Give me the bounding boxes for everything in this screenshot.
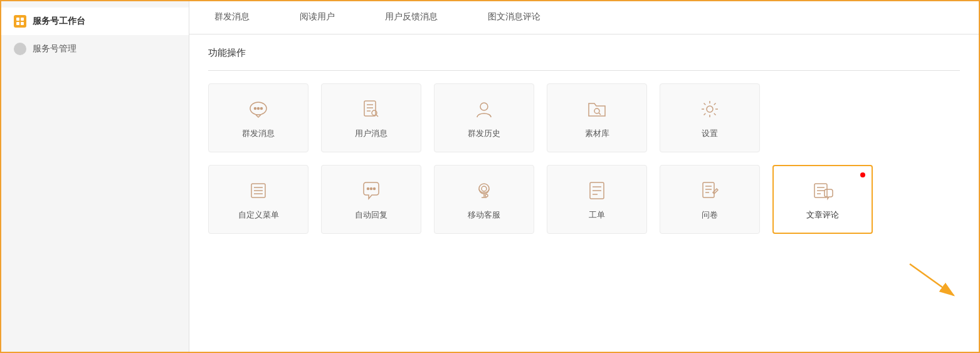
sidebar-item-management[interactable]: 服务号管理 [1, 35, 189, 63]
svg-point-15 [594, 108, 599, 113]
grid-row-2: 自定义菜单 自动回复 [208, 165, 960, 234]
tab-mass-message[interactable]: 群发消息 [189, 1, 275, 34]
grid-item-user-msg-label: 用户消息 [355, 128, 387, 139]
svg-rect-3 [21, 22, 24, 25]
svg-rect-1 [21, 18, 24, 21]
svg-line-16 [599, 113, 601, 115]
svg-point-29 [485, 194, 488, 197]
tab-image-comment[interactable]: 图文消息评论 [463, 1, 566, 34]
svg-rect-0 [16, 18, 19, 21]
svg-point-12 [372, 110, 377, 115]
chat-dots-icon [359, 178, 384, 203]
doc-lines-icon [584, 178, 609, 203]
svg-point-22 [367, 188, 369, 190]
section-title-area: 功能操作 [189, 34, 979, 65]
chat-bubble-icon [246, 97, 271, 122]
user-circle-icon [472, 97, 497, 122]
grid-item-auto-reply-label: 自动回复 [355, 209, 387, 221]
grid-item-mass-history-label: 群发历史 [468, 128, 500, 139]
grid-item-custom-menu-label: 自定义菜单 [238, 209, 279, 221]
headset-icon [472, 178, 497, 203]
doc-edit-icon [697, 178, 722, 203]
tabs-bar: 群发消息 阅读用户 用户反馈消息 图文消息评论 [189, 1, 979, 34]
function-grid: 群发消息 用户消息 [189, 71, 979, 352]
grid-item-material[interactable]: 素材库 [547, 83, 647, 152]
svg-line-13 [376, 115, 378, 117]
svg-point-26 [482, 186, 487, 191]
svg-rect-8 [364, 101, 376, 116]
sidebar-item-workbench[interactable]: 服务号工作台 [1, 8, 189, 35]
section-title: 功能操作 [208, 47, 960, 59]
svg-point-23 [371, 188, 372, 190]
notification-dot [860, 172, 865, 177]
folder-search-icon [584, 97, 609, 122]
grid-item-questionnaire[interactable]: 问卷 [660, 165, 760, 234]
grid-item-work-order[interactable]: 工单 [547, 165, 647, 234]
svg-point-17 [707, 106, 713, 112]
gear-icon [697, 97, 722, 122]
grid-item-work-order-label: 工单 [589, 209, 605, 221]
list-icon [246, 178, 271, 203]
tab-user-feedback[interactable]: 用户反馈消息 [360, 1, 463, 34]
grid-item-settings[interactable]: 设置 [660, 83, 760, 152]
grid-item-material-label: 素材库 [585, 128, 609, 139]
grid-item-mass-history[interactable]: 群发历史 [434, 83, 534, 152]
svg-point-24 [374, 188, 376, 190]
doc-search-icon [359, 97, 384, 122]
grid-item-mobile-service-label: 移动客服 [468, 209, 500, 221]
svg-rect-34 [703, 182, 714, 198]
workbench-icon [14, 15, 26, 28]
svg-point-14 [480, 103, 488, 110]
svg-point-6 [258, 108, 260, 110]
management-icon [14, 43, 26, 55]
grid-item-mass-msg[interactable]: 群发消息 [208, 83, 308, 152]
sidebar-management-label: 服务号管理 [33, 43, 76, 55]
arrow-indicator [897, 258, 972, 308]
grid-item-questionnaire-label: 问卷 [702, 209, 718, 221]
sidebar: 服务号工作台 服务号管理 [1, 1, 189, 352]
tab-read-users[interactable]: 阅读用户 [275, 1, 360, 34]
grid-item-auto-reply[interactable]: 自动回复 [321, 165, 421, 234]
main-content: 群发消息 阅读用户 用户反馈消息 图文消息评论 功能操作 [189, 1, 979, 352]
grid-row-1: 群发消息 用户消息 [208, 83, 960, 152]
sidebar-workbench-label: 服务号工作台 [33, 16, 85, 27]
svg-point-5 [255, 108, 256, 110]
grid-item-user-msg[interactable]: 用户消息 [321, 83, 421, 152]
grid-item-settings-label: 设置 [702, 128, 718, 139]
grid-item-article-comment[interactable]: 文章评论 [772, 165, 873, 234]
grid-item-mass-msg-label: 群发消息 [242, 128, 275, 139]
grid-item-custom-menu[interactable]: 自定义菜单 [208, 165, 308, 234]
grid-item-mobile-service[interactable]: 移动客服 [434, 165, 534, 234]
grid-item-article-comment-label: 文章评论 [806, 209, 839, 221]
svg-point-7 [261, 108, 263, 110]
svg-rect-2 [16, 22, 19, 25]
chat-doc-icon [810, 178, 835, 203]
